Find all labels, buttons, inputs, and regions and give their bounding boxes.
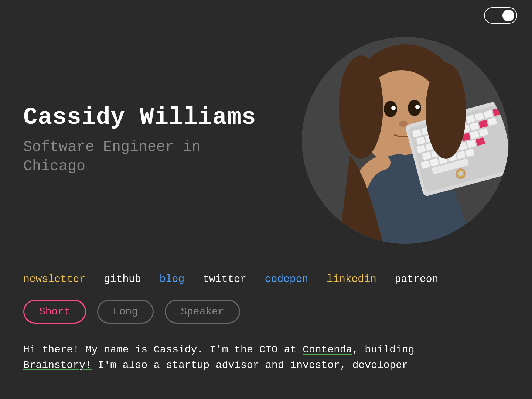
hero-text: Cassidy Williams Software Engineer in Ch…	[23, 105, 287, 176]
speaker-bio-button[interactable]: Speaker	[165, 300, 240, 324]
nav-link-codepen[interactable]: codepen	[265, 273, 308, 285]
subtitle-line2: Chicago	[23, 158, 85, 175]
toggle-knob	[502, 10, 514, 21]
nav-link-blog[interactable]: blog	[160, 273, 184, 285]
svg-point-7	[391, 106, 396, 110]
bio-text-end: I'm also a startup advisor and investor,…	[92, 359, 408, 371]
nav-link-linkedin[interactable]: linkedin	[327, 273, 376, 285]
long-bio-button[interactable]: Long	[97, 300, 154, 324]
svg-point-56	[426, 63, 466, 159]
svg-point-8	[415, 105, 420, 109]
subtitle-line1: Software Engineer in	[23, 139, 201, 156]
nav-links: newsletter github blog twitter codepen l…	[23, 273, 509, 285]
svg-point-9	[399, 121, 408, 127]
bio-buttons: Short Long Speaker	[23, 300, 509, 324]
nav-link-newsletter[interactable]: newsletter	[23, 273, 85, 285]
page-wrapper: Cassidy Williams Software Engineer in Ch…	[0, 0, 532, 399]
hero-image-container	[302, 37, 509, 244]
hero-section: Cassidy Williams Software Engineer in Ch…	[23, 0, 509, 266]
nav-link-patreon[interactable]: patreon	[395, 273, 439, 285]
svg-point-55	[339, 55, 383, 159]
bio-text-after-contenda: , building	[352, 344, 415, 355]
hero-image	[302, 37, 509, 244]
toggle-container	[484, 7, 517, 25]
theme-toggle[interactable]	[484, 7, 517, 24]
hero-name: Cassidy Williams	[23, 105, 287, 130]
bio-text: Hi there! My name is Cassidy. I'm the CT…	[23, 342, 509, 373]
short-bio-button[interactable]: Short	[23, 300, 86, 324]
bio-link-contenda[interactable]: Contenda	[303, 344, 352, 355]
hero-subtitle: Software Engineer in Chicago	[23, 138, 287, 176]
nav-link-github[interactable]: github	[104, 273, 141, 285]
nav-link-twitter[interactable]: twitter	[203, 273, 246, 285]
bio-link-brainstory[interactable]: Brainstory!	[23, 359, 92, 371]
bio-text-before-contenda: Hi there! My name is Cassidy. I'm the CT…	[23, 344, 303, 355]
